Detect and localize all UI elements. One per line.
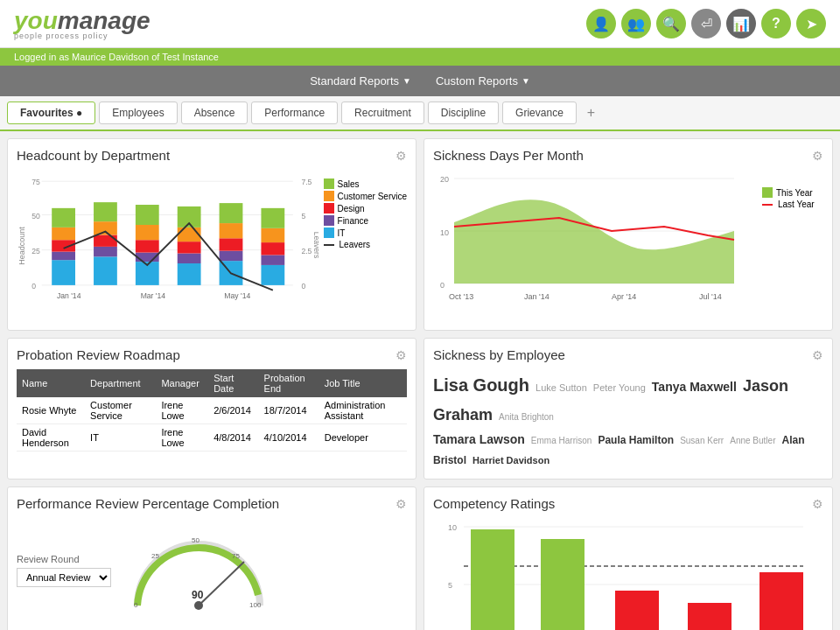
svg-rect-19 <box>94 234 117 246</box>
sickness-month-chart-svg: 20 10 0 Oct '13 Jan '14 Apr '14 Jul '1 <box>433 170 755 310</box>
performance-title: Performance Review Percentage Completion <box>17 496 279 511</box>
sickness-employee-names: Lisa Gough Luke Sutton Peter Young Tanya… <box>433 369 823 470</box>
review-round-select[interactable]: Annual Review <box>17 568 111 587</box>
svg-text:5: 5 <box>448 581 452 590</box>
sick-name-paula: Paula Hamilton <box>598 434 674 446</box>
logo-you: you <box>14 7 58 34</box>
tab-performance[interactable]: Performance <box>251 102 338 124</box>
tab-favourites[interactable]: Favourites ● <box>7 102 95 124</box>
svg-text:75: 75 <box>32 178 40 186</box>
svg-text:50: 50 <box>32 212 40 220</box>
sickness-month-gear-icon[interactable]: ⚙ <box>812 149 823 163</box>
svg-rect-41 <box>261 208 284 228</box>
performance-content: Review Round Annual Review 0 25 50 75 10… <box>17 518 407 623</box>
svg-text:0: 0 <box>440 281 444 290</box>
col-start-date: Start Date <box>208 369 258 397</box>
svg-rect-21 <box>94 202 117 221</box>
sick-name-anne: Anne Butler <box>730 436 775 445</box>
share-icon[interactable]: ➤ <box>796 9 826 38</box>
competency-widget: Competency Ratings ⚙ 10 5 0 Maurice Davi… <box>424 486 833 630</box>
probation-gear-icon[interactable]: ⚙ <box>396 348 407 362</box>
svg-rect-30 <box>178 228 201 242</box>
svg-text:May '14: May '14 <box>224 291 250 300</box>
svg-text:75: 75 <box>232 552 240 560</box>
svg-text:10: 10 <box>448 523 457 532</box>
headcount-widget: Headcount by Department ⚙ Headcount 75 5… <box>7 138 416 331</box>
svg-text:Leavers: Leavers <box>312 232 318 259</box>
legend-this-year: This Year <box>762 187 823 198</box>
help-icon[interactable]: ? <box>761 9 791 38</box>
svg-rect-38 <box>261 255 284 264</box>
headcount-title: Headcount by Department <box>17 148 170 163</box>
person-icon[interactable]: 👤 <box>586 9 616 38</box>
svg-rect-25 <box>136 225 159 240</box>
svg-text:Jul '14: Jul '14 <box>699 292 722 301</box>
tab-employees[interactable]: Employees <box>99 102 177 124</box>
legend-leavers: Leavers <box>324 240 407 249</box>
sick-name-anita: Anita Brighton <box>499 412 554 422</box>
tab-absence[interactable]: Absence <box>181 102 248 124</box>
competency-title: Competency Ratings <box>433 496 555 511</box>
header: youmanage people process policy 👤 👥 🔍 ⏎ … <box>0 0 840 48</box>
sick-name-tamara: Tamara Lawson <box>433 432 525 446</box>
svg-text:7.5: 7.5 <box>301 178 312 186</box>
chart-icon[interactable]: 📊 <box>726 9 756 38</box>
svg-rect-83 <box>760 572 803 630</box>
sickness-month-title: Sickness Days Per Month <box>433 148 584 163</box>
sickness-employee-gear-icon[interactable]: ⚙ <box>812 348 823 362</box>
sickness-month-widget: Sickness Days Per Month ⚙ 20 10 0 <box>424 138 833 331</box>
review-round-selector: Review Round Annual Review <box>17 554 111 587</box>
svg-rect-13 <box>52 252 75 261</box>
probation-header: Probation Review Roadmap ⚙ <box>17 347 407 362</box>
status-text: Logged in as Maurice Davidson of Test In… <box>14 52 219 62</box>
competency-chart-svg: 10 5 0 Maurice Davidson Gordon Cowell Jo… <box>433 518 823 630</box>
tab-grievance-label: Grievance <box>515 107 564 119</box>
svg-rect-27 <box>178 263 201 285</box>
svg-rect-28 <box>178 254 201 263</box>
legend-finance: Finance <box>324 215 407 226</box>
performance-header: Performance Review Percentage Completion… <box>17 496 407 511</box>
svg-rect-71 <box>471 529 514 630</box>
legend-sales: Sales <box>324 178 407 189</box>
search-icon[interactable]: 🔍 <box>656 9 686 38</box>
nav-custom-reports[interactable]: Custom Reports ▼ <box>425 71 541 91</box>
nav-standard-reports[interactable]: Standard Reports ▼ <box>299 71 422 91</box>
sick-name-harriet: Harriet Davidson <box>472 455 550 466</box>
probation-table: Name Department Manager Start Date Proba… <box>17 369 407 452</box>
tab-employees-label: Employees <box>112 107 164 119</box>
probation-title: Probation Review Roadmap <box>17 347 180 362</box>
tab-recruitment-label: Recruitment <box>354 107 411 119</box>
svg-rect-40 <box>261 228 284 242</box>
headcount-y-label: Headcount <box>18 227 26 265</box>
svg-text:Oct '13: Oct '13 <box>449 292 473 301</box>
headcount-legend: Sales Customer Service Design Finance IT <box>324 178 407 249</box>
sickness-employee-title: Sickness by Employee <box>433 347 565 362</box>
competency-gear-icon[interactable]: ⚙ <box>812 497 823 511</box>
svg-rect-35 <box>220 223 243 238</box>
svg-point-62 <box>194 601 203 610</box>
headcount-gear-icon[interactable]: ⚙ <box>396 149 407 163</box>
sick-name-emma: Emma Harrison <box>531 436 592 445</box>
tab-recruitment[interactable]: Recruitment <box>341 102 424 124</box>
tab-absence-label: Absence <box>194 107 235 119</box>
svg-text:0: 0 <box>134 601 138 609</box>
svg-text:5: 5 <box>301 212 305 220</box>
svg-rect-16 <box>52 208 75 228</box>
svg-rect-39 <box>261 242 284 255</box>
sickness-month-header: Sickness Days Per Month ⚙ <box>433 148 823 163</box>
login-icon[interactable]: ⏎ <box>691 9 721 38</box>
legend-last-year: Last Year <box>762 200 823 209</box>
col-department: Department <box>85 369 156 397</box>
svg-rect-26 <box>136 205 159 225</box>
svg-rect-17 <box>94 256 117 285</box>
sick-name-tanya: Tanya Maxwell <box>652 380 737 394</box>
people-icon[interactable]: 👥 <box>621 9 651 38</box>
performance-gear-icon[interactable]: ⚙ <box>396 497 407 511</box>
svg-text:Mar '14: Mar '14 <box>141 291 166 300</box>
svg-line-61 <box>199 562 244 606</box>
tab-discipline[interactable]: Discipline <box>428 102 499 124</box>
sickness-employee-header: Sickness by Employee ⚙ <box>433 347 823 362</box>
svg-text:25: 25 <box>151 552 159 560</box>
tab-grievance[interactable]: Grievance <box>502 102 577 124</box>
tab-add-button[interactable]: + <box>580 102 602 124</box>
